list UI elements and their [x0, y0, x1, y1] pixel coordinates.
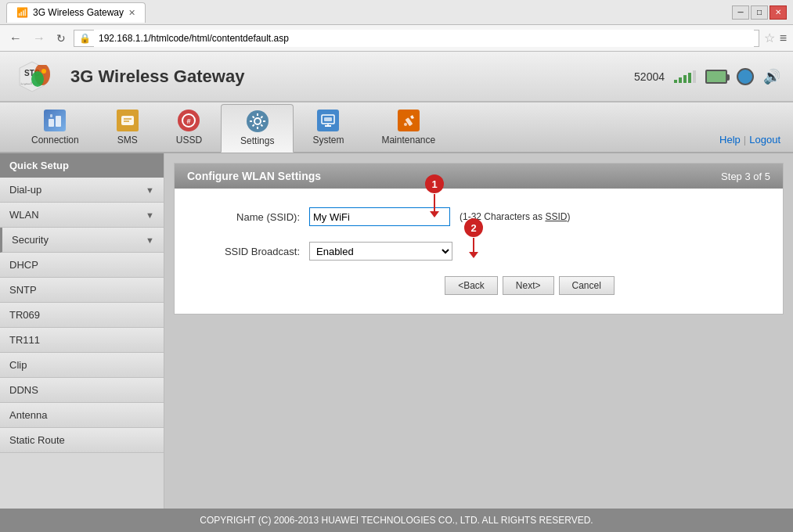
browser-title-bar: 📶 3G Wireless Gateway ✕ ─ □ ✕: [0, 0, 793, 25]
connection-icon: [44, 110, 66, 131]
chevron-down-icon: ▼: [146, 185, 154, 195]
sidebar-item-security[interactable]: Security ▼: [0, 228, 164, 253]
sidebar-tr111-label: TR111: [9, 334, 40, 346]
signal-bars-icon: [674, 70, 696, 83]
arrow-down-2: [473, 238, 474, 252]
next-button[interactable]: Next>: [503, 276, 554, 295]
svg-rect-9: [121, 116, 134, 125]
window-controls: ─ □ ✕: [732, 5, 787, 20]
system-icon: [317, 110, 339, 131]
sidebar-item-dialup[interactable]: Dial-up ▼: [0, 178, 164, 203]
ussd-icon: #: [178, 110, 200, 131]
back-button[interactable]: <Back: [445, 276, 498, 295]
stc-logo: STC الاتصالات السعودية: [13, 60, 52, 93]
speaker-icon: 🔊: [763, 68, 780, 85]
sidebar-item-ddns[interactable]: DDNS: [0, 378, 164, 403]
svg-rect-8: [50, 114, 52, 117]
sidebar-item-tr111[interactable]: TR111: [0, 328, 164, 353]
svg-rect-7: [56, 116, 61, 127]
tab-settings[interactable]: Settings: [221, 104, 294, 153]
chevron-down-icon-3: ▼: [146, 235, 154, 245]
chevron-down-icon-2: ▼: [146, 210, 154, 220]
header-right: 52004 🔊: [634, 68, 780, 85]
footer: COPYRIGHT (C) 2006-2013 HUAWEI TECHNOLOG…: [0, 509, 793, 532]
sidebar-sntp-label: SNTP: [9, 284, 37, 296]
sidebar-item-staticroute[interactable]: Static Route: [0, 428, 164, 453]
sidebar-antenna-label: Antenna: [9, 409, 47, 421]
tab-sms[interactable]: SMS: [98, 103, 157, 152]
svg-text:#: #: [187, 117, 191, 125]
tab-settings-label: Settings: [240, 135, 274, 146]
settings-icon: [247, 110, 269, 132]
signal-number: 52004: [634, 70, 665, 83]
ssid-broadcast-label: SSID Broadcast:: [198, 246, 300, 257]
sidebar-item-clip[interactable]: Clip: [0, 353, 164, 378]
tab-maintenance[interactable]: Maintenance: [362, 103, 454, 152]
sidebar-item-antenna[interactable]: Antenna: [0, 403, 164, 428]
svg-point-4: [31, 71, 44, 87]
tab-connection-label: Connection: [31, 135, 79, 146]
maximize-button[interactable]: □: [751, 5, 768, 20]
content-body: Name (SSID): (1-32 Characters as SSID) S…: [175, 189, 783, 314]
forward-nav-button[interactable]: →: [30, 30, 49, 47]
close-button[interactable]: ✕: [770, 5, 787, 20]
ssid-broadcast-select[interactable]: Enabled Disabled: [309, 242, 452, 261]
panel-title: Configure WLAN Settings: [187, 170, 321, 182]
sidebar-item-tr069[interactable]: TR069: [0, 303, 164, 328]
sidebar-clip-label: Clip: [9, 359, 27, 371]
ssid-label: Name (SSID):: [198, 211, 300, 223]
content-panel-header: Configure WLAN Settings Step 3 of 5: [175, 164, 783, 189]
browser-tab[interactable]: 📶 3G Wireless Gateway ✕: [6, 2, 146, 23]
tab-maintenance-label: Maintenance: [381, 135, 435, 146]
circle-badge-1: 1: [425, 174, 444, 193]
sidebar-item-dhcp[interactable]: DHCP: [0, 253, 164, 278]
svg-rect-6: [49, 119, 54, 127]
sidebar-ddns-label: DDNS: [9, 384, 38, 396]
sidebar-tr069-label: TR069: [9, 309, 40, 321]
svg-point-5: [41, 69, 46, 74]
bookmark-icon[interactable]: ☆: [764, 31, 775, 45]
refresh-button[interactable]: ↻: [53, 31, 69, 46]
step-info: Step 3 of 5: [721, 171, 770, 182]
url-input[interactable]: [94, 30, 754, 47]
main-content: Quick Setup Dial-up ▼ WLAN ▼ Security ▼ …: [0, 153, 793, 509]
menu-icon[interactable]: ≡: [780, 31, 787, 45]
tab-system-label: System: [312, 135, 344, 146]
sidebar-staticroute-label: Static Route: [9, 434, 65, 446]
nav-tabs-bar: Connection SMS # USSD Settings: [0, 102, 793, 153]
annotation-badge-2: 2: [464, 218, 483, 258]
sidebar-item-wlan[interactable]: WLAN ▼: [0, 203, 164, 228]
app-title: 3G Wireless Gateway: [70, 66, 244, 87]
svg-point-20: [404, 123, 407, 126]
back-nav-button[interactable]: ←: [6, 30, 25, 47]
help-link[interactable]: Help: [719, 134, 741, 146]
minimize-button[interactable]: ─: [732, 5, 749, 20]
tab-icon: 📶: [16, 7, 28, 18]
tab-system[interactable]: System: [294, 103, 362, 152]
logo-area: STC الاتصالات السعودية 3G Wireless Gatew…: [13, 60, 244, 93]
address-bar: ← → ↻ 🔒 ☆ ≡: [0, 25, 793, 52]
cancel-button[interactable]: Cancel: [559, 276, 615, 295]
logout-link[interactable]: Logout: [749, 134, 780, 146]
sidebar-item-sntp[interactable]: SNTP: [0, 278, 164, 303]
arrow-down-1: [434, 194, 435, 211]
maintenance-icon: [398, 110, 420, 131]
tab-connection[interactable]: Connection: [13, 103, 98, 152]
content-panel: Configure WLAN Settings Step 3 of 5 Name…: [174, 163, 784, 315]
tab-title: 3G Wireless Gateway: [33, 7, 124, 18]
parrot-icon: [27, 65, 52, 93]
app-header: STC الاتصالات السعودية 3G Wireless Gatew…: [0, 52, 793, 102]
svg-point-14: [254, 118, 261, 124]
sidebar-security-label: Security: [12, 234, 49, 246]
nav-separator: |: [744, 134, 746, 146]
page-icon: 🔒: [79, 33, 91, 44]
sidebar-dhcp-label: DHCP: [9, 259, 38, 271]
content-area: Configure WLAN Settings Step 3 of 5 Name…: [164, 153, 793, 509]
tab-sms-label: SMS: [117, 135, 138, 146]
annotation-badge-1: 1: [425, 174, 444, 217]
tab-ussd[interactable]: # USSD: [157, 103, 221, 152]
sidebar-header: Quick Setup: [0, 153, 164, 178]
ssid-link[interactable]: SSID: [545, 211, 567, 222]
tab-close-icon[interactable]: ✕: [128, 8, 135, 18]
battery-icon: [705, 70, 727, 84]
